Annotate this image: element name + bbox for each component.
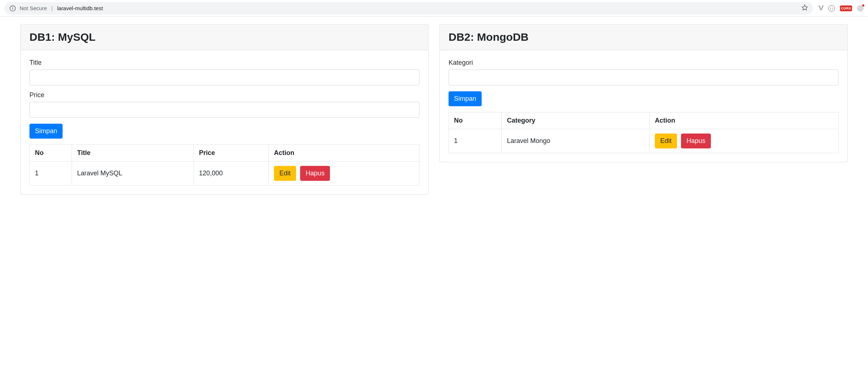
mysql-th-price: Price bbox=[194, 145, 269, 162]
mongodb-table: No Category Action 1 Laravel Mongo Edit bbox=[449, 112, 839, 153]
extension-icons: V { } CORS bbox=[817, 4, 864, 12]
mysql-edit-button[interactable]: Edit bbox=[274, 166, 296, 181]
table-row: 1 Laravel MySQL 120,000 Edit Hapus bbox=[30, 162, 419, 186]
extension-circle-icon[interactable]: { } bbox=[828, 5, 835, 12]
mysql-cell-no: 1 bbox=[30, 162, 72, 186]
mysql-title-label: Title bbox=[29, 59, 419, 67]
mongodb-th-category: Category bbox=[502, 112, 649, 129]
mongodb-cell-action: Edit Hapus bbox=[649, 129, 838, 153]
mongodb-card-title: DB2: MongoDB bbox=[440, 24, 847, 50]
vue-devtools-icon[interactable]: V bbox=[819, 4, 824, 12]
mysql-price-input[interactable] bbox=[29, 102, 419, 118]
mysql-th-action: Action bbox=[269, 145, 419, 162]
omnibox[interactable]: Not Secure | laravel-multidb.test bbox=[4, 2, 813, 15]
mysql-table: No Title Price Action 1 Laravel MySQL 12… bbox=[29, 144, 419, 186]
bookmark-star-icon[interactable] bbox=[801, 4, 808, 12]
mysql-save-button[interactable]: Simpan bbox=[29, 124, 63, 139]
info-icon[interactable] bbox=[9, 5, 16, 12]
mysql-cell-action: Edit Hapus bbox=[269, 162, 419, 186]
security-status-label: Not Secure bbox=[20, 5, 47, 11]
mongodb-category-input[interactable] bbox=[449, 69, 839, 85]
page-content: DB1: MySQL Title Price Simpan N bbox=[0, 17, 868, 202]
mysql-th-no: No bbox=[30, 145, 72, 162]
mysql-title-input[interactable] bbox=[29, 69, 419, 85]
mongodb-save-button[interactable]: Simpan bbox=[449, 91, 482, 106]
cors-extension-icon[interactable]: CORS bbox=[840, 5, 852, 11]
svg-point-2 bbox=[13, 7, 13, 7]
mysql-card-title: DB1: MySQL bbox=[21, 24, 428, 50]
table-row: 1 Laravel Mongo Edit Hapus bbox=[449, 129, 839, 153]
separator: | bbox=[51, 5, 53, 11]
mongodb-card: DB2: MongoDB Kategori Simpan No Category… bbox=[439, 24, 848, 162]
mongodb-edit-button[interactable]: Edit bbox=[655, 134, 677, 148]
mongodb-th-no: No bbox=[449, 112, 502, 129]
mysql-cell-price: 120,000 bbox=[194, 162, 269, 186]
svg-marker-3 bbox=[802, 5, 807, 10]
browser-address-bar: Not Secure | laravel-multidb.test V { } … bbox=[0, 0, 868, 17]
globe-extension-icon[interactable] bbox=[857, 5, 864, 12]
mongodb-cell-category: Laravel Mongo bbox=[502, 129, 649, 153]
mysql-price-label: Price bbox=[29, 91, 419, 99]
mongodb-cell-no: 1 bbox=[449, 129, 502, 153]
mysql-th-title: Title bbox=[72, 145, 194, 162]
mysql-cell-title: Laravel MySQL bbox=[72, 162, 194, 186]
url-text: laravel-multidb.test bbox=[57, 5, 103, 11]
mysql-card: DB1: MySQL Title Price Simpan N bbox=[20, 24, 429, 195]
mongodb-category-label: Kategori bbox=[449, 59, 839, 67]
mysql-delete-button[interactable]: Hapus bbox=[300, 166, 330, 181]
mongodb-th-action: Action bbox=[649, 112, 838, 129]
mongodb-delete-button[interactable]: Hapus bbox=[681, 134, 711, 148]
